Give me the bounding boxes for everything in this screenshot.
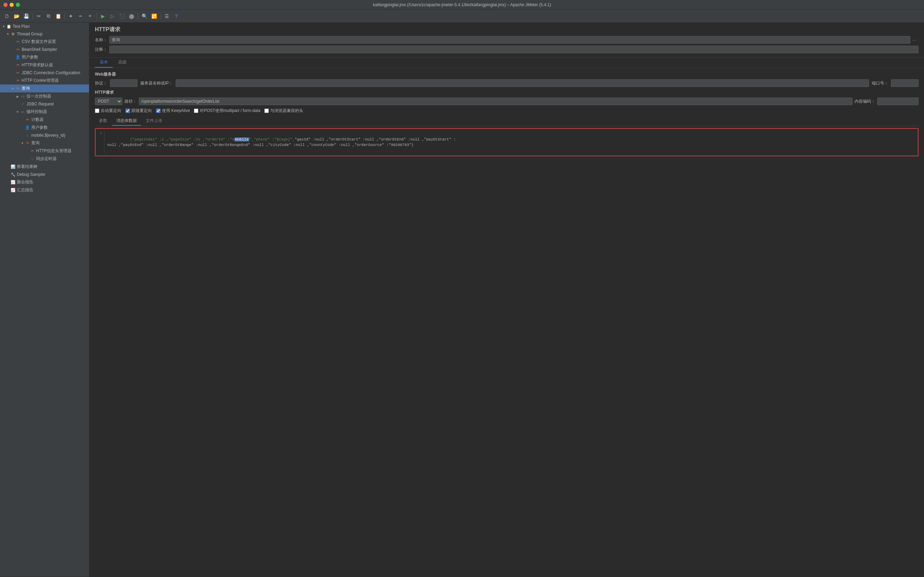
sidebar-item-aggregate-report[interactable]: 📈 汇总报告: [0, 186, 89, 194]
sidebar-item-sync-timer[interactable]: ○ 同步定时器: [0, 155, 89, 163]
sidebar-item-csv[interactable]: ✂ CSV 数据文件设置: [0, 38, 89, 46]
protocol-input[interactable]: [110, 79, 137, 87]
server-row: 协议： 服务器名称或IP： 端口号：: [95, 79, 919, 87]
maximize-button[interactable]: [16, 3, 20, 7]
once-controller-icon: ▭: [20, 94, 26, 99]
toggle-icon: [20, 133, 25, 138]
auto-redirect-checkbox[interactable]: 自动重定向: [95, 108, 121, 114]
copy-button[interactable]: ⧉: [44, 12, 53, 20]
save-button[interactable]: 💾: [22, 12, 30, 20]
cookie-icon: ✂: [15, 78, 21, 84]
follow-redirect-checkbox[interactable]: 跟随重定向: [126, 108, 152, 114]
sidebar-item-label: 用户参数: [31, 125, 48, 131]
sidebar-item-label: Test Plan: [13, 24, 29, 29]
encode-input[interactable]: [877, 98, 919, 105]
sidebar-item-summary-report[interactable]: 📈 聚合报告: [0, 178, 89, 186]
jdbc-req-icon: /: [20, 102, 26, 107]
remove-button[interactable]: −: [76, 12, 84, 20]
sync-timer-icon: ○: [29, 156, 35, 162]
params-tab-params[interactable]: 参数: [95, 116, 111, 126]
sidebar-item-jdbc-request[interactable]: / JDBC Request: [0, 100, 89, 108]
code-content[interactable]: {"pageIndex" :1 ,"pageSize" :1s ,"orderI…: [107, 131, 916, 153]
sidebar-item-label: JDBC Request: [26, 102, 53, 106]
multipart-label: 对POST使用multipart / form-data: [200, 108, 260, 114]
sidebar-item-http-header[interactable]: ✂ HTTP信息头管理器: [0, 147, 89, 155]
http-default-icon: ✂: [15, 63, 21, 68]
start-no-pause-button[interactable]: ▷: [108, 12, 116, 20]
sidebar-item-query2[interactable]: ▼ ✂ 查询: [0, 139, 89, 147]
toggle-icon: [10, 70, 15, 75]
params-tab-body[interactable]: 消息体数据: [112, 116, 141, 126]
toggle-icon: [10, 55, 15, 60]
sidebar-item-loop-controller[interactable]: ▼ ▭ 循环控制器: [0, 108, 89, 116]
sidebar-item-query[interactable]: ▼ ✂ 查询: [0, 84, 89, 92]
sidebar-item-view-result[interactable]: 📊 察看结果树: [0, 163, 89, 171]
new-button[interactable]: 🗋: [3, 12, 11, 20]
sidebar-item-mobile-var[interactable]: ○ mobile:${every_id}: [0, 132, 89, 139]
minimize-button[interactable]: [10, 3, 14, 7]
summary-report-icon: 📈: [10, 180, 16, 185]
follow-redirect-input[interactable]: [126, 108, 130, 113]
list-button[interactable]: ☰: [163, 12, 171, 20]
stop-button[interactable]: ⬛: [118, 12, 126, 20]
close-button[interactable]: [3, 3, 8, 7]
sidebar-item-jdbc-config[interactable]: ✂ JDBC Connection Configuration: [0, 69, 89, 77]
auto-redirect-input[interactable]: [95, 108, 99, 113]
sidebar-item-beanshell[interactable]: ✂ BeanShell Sampler: [0, 46, 89, 53]
add-button[interactable]: +: [67, 12, 75, 20]
more-button[interactable]: ···: [910, 36, 919, 43]
sidebar-item-thread-group[interactable]: ▼ ⚙ Thread Group: [0, 30, 89, 38]
keepalive-input[interactable]: [156, 108, 160, 113]
browser-compat-checkbox[interactable]: 与浏览器兼容的头: [264, 108, 303, 114]
port-input[interactable]: [891, 79, 919, 87]
cut-button[interactable]: ✂: [35, 12, 43, 20]
sidebar-item-cookie[interactable]: ✂ HTTP Cookie管理器: [0, 77, 89, 84]
paste-button[interactable]: 📋: [54, 12, 62, 20]
shutdown-button[interactable]: ⬤: [128, 12, 136, 20]
code-highlight-mobile: mobile: [234, 137, 250, 142]
sampler-info-button[interactable]: 🔍: [140, 12, 149, 20]
keepalive-checkbox[interactable]: 使用 KeepAlive: [156, 108, 190, 114]
query2-icon: ✂: [25, 140, 30, 146]
toolbar-separator-1: [32, 13, 33, 19]
help-button[interactable]: ?: [172, 12, 181, 20]
path-label: 路径：: [124, 98, 137, 105]
server-name-input[interactable]: [176, 79, 869, 87]
toggle-icon: ▶: [15, 94, 20, 99]
tab-advanced[interactable]: 高级: [113, 58, 131, 68]
http-request-section-title: HTTP请求: [95, 90, 919, 95]
comment-input[interactable]: [109, 46, 919, 53]
tab-basic[interactable]: 基本: [95, 58, 113, 68]
browse-button[interactable]: ⌖: [86, 12, 94, 20]
toggle-icon: [20, 118, 25, 122]
open-button[interactable]: 📂: [12, 12, 21, 20]
auto-redirect-label: 自动重定向: [101, 108, 121, 114]
toggle-icon: [10, 40, 15, 44]
method-select[interactable]: POST GET PUT DELETE: [95, 98, 123, 105]
sidebar-item-http-default[interactable]: ✂ HTTP请求默认值: [0, 61, 89, 69]
start-button[interactable]: ▶: [99, 12, 107, 20]
plan-icon: 📋: [6, 24, 12, 29]
line-number-1: 1: [98, 131, 102, 135]
browser-compat-input[interactable]: [264, 108, 269, 113]
toggle-icon: ▼: [20, 141, 25, 146]
name-row: 名称： ···: [95, 36, 919, 44]
csv-icon: ✂: [15, 39, 21, 45]
path-input[interactable]: [139, 98, 853, 105]
sidebar-item-debug-sampler[interactable]: 🔧 Debug Sampler: [0, 171, 89, 178]
sidebar-item-test-plan[interactable]: ▼ 📋 Test Plan: [0, 23, 89, 30]
toolbar-separator-3: [96, 13, 97, 19]
multipart-input[interactable]: [194, 108, 198, 113]
sidebar-item-label: 循环控制器: [26, 109, 47, 115]
params-tab-file[interactable]: 文件上传: [142, 116, 166, 126]
sidebar-item-once-controller[interactable]: ▶ ▭ 仅一次控制器: [0, 92, 89, 100]
sidebar-item-user-params-1[interactable]: 👤 用户参数: [0, 53, 89, 61]
sidebar-item-label: 用户参数: [22, 54, 38, 60]
sidebar-item-user-params-2[interactable]: 👤 用户参数: [0, 124, 89, 132]
name-input[interactable]: [109, 36, 910, 44]
toggle-icon: [5, 164, 10, 169]
remote-start-button[interactable]: 🔁: [150, 12, 158, 20]
content-area: HTTP请求 名称： ··· 注释： 基本 高级 Web服务器 协议： 服务器名…: [89, 23, 924, 577]
sidebar-item-counter[interactable]: ✂ 计数器: [0, 116, 89, 124]
multipart-checkbox[interactable]: 对POST使用multipart / form-data: [194, 108, 260, 114]
